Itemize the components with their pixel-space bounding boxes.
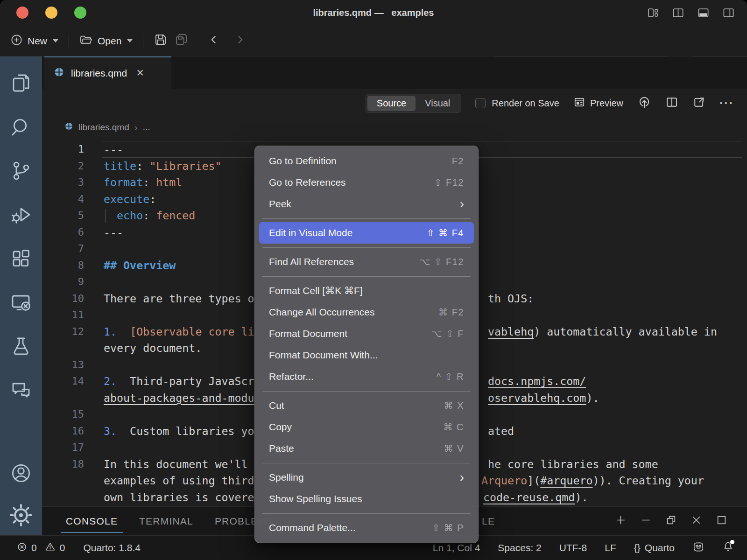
panel-minimize-icon[interactable] <box>640 514 652 528</box>
menu-item[interactable]: Show Spelling Issues <box>259 488 474 510</box>
visual-mode-button[interactable]: Visual <box>416 96 459 111</box>
open-button[interactable]: Open <box>79 33 133 49</box>
run-debug-icon[interactable] <box>0 193 42 237</box>
line-number[interactable]: 18 <box>42 456 84 473</box>
menu-item[interactable]: Spelling› <box>259 467 474 488</box>
navigate-forward-button[interactable] <box>234 34 246 48</box>
save-button[interactable] <box>154 33 168 49</box>
save-all-icon <box>174 33 188 49</box>
line-number[interactable]: 6 <box>42 224 84 241</box>
tab-close-icon[interactable]: × <box>136 67 144 79</box>
partial-tab-label[interactable]: LE <box>482 507 495 535</box>
menu-item[interactable]: Format Document⌥ ⇧ F <box>259 323 474 344</box>
activity-bar <box>0 56 42 535</box>
menu-item[interactable]: Peek› <box>259 193 474 215</box>
problems-status[interactable]: 0 0 <box>17 541 65 554</box>
open-in-new-window-icon[interactable] <box>692 96 705 111</box>
menu-item[interactable]: Command Palette...⇧ ⌘ P <box>259 517 474 539</box>
line-number[interactable]: 16 <box>42 423 84 440</box>
explorer-icon[interactable] <box>0 61 42 105</box>
menu-item[interactable]: Edit in Visual Mode⇧ ⌘ F4 <box>259 222 474 244</box>
menu-item[interactable]: Cut⌘ X <box>259 395 474 416</box>
render-document-icon[interactable] <box>637 95 651 111</box>
menu-item[interactable]: Go to References⇧ F12 <box>259 172 474 193</box>
menu-item[interactable]: Refactor...^ ⇧ R <box>259 366 474 387</box>
panel-plus-icon[interactable] <box>615 514 627 528</box>
line-number[interactable]: 13 <box>42 357 84 373</box>
panel-tab-console[interactable]: CONSOLE <box>55 507 128 535</box>
line-number[interactable]: 14 <box>42 373 84 390</box>
line-number[interactable]: 1 <box>42 141 84 158</box>
split-editor-layout-icon[interactable] <box>672 7 684 19</box>
line-number[interactable]: 10 <box>42 290 84 307</box>
line-number[interactable]: 17 <box>42 439 84 456</box>
open-folder-icon <box>79 33 93 49</box>
feedback-smiley-icon[interactable] <box>692 541 705 555</box>
source-mode-button[interactable]: Source <box>367 96 416 111</box>
editor-action-bar: Source Visual Render on Save Preview ··· <box>42 89 747 118</box>
breadcrumb-more[interactable]: ... <box>143 122 150 133</box>
cursor-position-status[interactable]: Ln 1, Col 4 <box>433 542 480 553</box>
notifications-bell-icon[interactable] <box>722 541 734 555</box>
menu-item[interactable]: Format Cell [⌘K ⌘F] <box>259 280 474 301</box>
line-number[interactable]: 4 <box>42 191 84 208</box>
encoding-status[interactable]: UTF-8 <box>559 542 587 553</box>
panel-restore-icon[interactable] <box>665 514 677 528</box>
toggle-secondary-sidebar-icon[interactable] <box>722 7 735 19</box>
line-number[interactable]: 9 <box>42 273 84 290</box>
breadcrumb-file[interactable]: libraries.qmd <box>78 122 129 133</box>
toggle-panel-icon[interactable] <box>697 7 710 19</box>
menu-item[interactable]: Find All References⌥ ⇧ F12 <box>259 251 474 273</box>
navigate-back-button[interactable] <box>208 34 220 48</box>
line-number[interactable]: 7 <box>42 240 84 257</box>
more-actions-icon[interactable]: ··· <box>719 97 734 110</box>
new-button[interactable]: New <box>10 34 58 49</box>
comments-icon[interactable] <box>0 368 42 412</box>
eol-status[interactable]: LF <box>605 542 616 553</box>
preview-icon <box>573 96 585 110</box>
menu-item[interactable]: Go to DefinitionF2 <box>259 150 474 172</box>
submenu-chevron-icon: › <box>460 471 464 484</box>
menu-separator <box>262 247 471 248</box>
settings-gear-icon[interactable] <box>0 495 42 535</box>
context-menu: Go to DefinitionF2Go to References⇧ F12P… <box>254 146 479 543</box>
search-sidebar-icon[interactable] <box>0 105 42 149</box>
indentation-status[interactable]: Spaces: 2 <box>498 542 541 553</box>
menu-item[interactable]: Change All Occurrences⌘ F2 <box>259 301 474 323</box>
line-number[interactable]: 12 <box>42 323 84 340</box>
menu-item[interactable]: Format Document With... <box>259 344 474 366</box>
divider <box>143 34 143 48</box>
panel-close-icon[interactable] <box>691 514 702 528</box>
testing-beaker-icon[interactable] <box>0 324 42 368</box>
language-mode-status[interactable]: {} Quarto <box>634 542 675 553</box>
line-number[interactable]: 5 <box>42 207 84 224</box>
connections-icon[interactable] <box>0 280 42 324</box>
panel-maximize-icon[interactable] <box>716 514 727 528</box>
line-number[interactable]: 15 <box>42 406 84 423</box>
render-on-save-checkbox[interactable] <box>475 98 486 108</box>
customize-layout-icon[interactable] <box>647 7 659 19</box>
quarto-file-icon <box>54 67 64 79</box>
panel-tab-terminal[interactable]: TERMINAL <box>128 507 204 535</box>
menu-item[interactable]: Paste⌘ V <box>259 438 474 459</box>
menu-separator <box>262 276 471 277</box>
tab-libraries-qmd[interactable]: libraries.qmd × <box>44 56 171 89</box>
language-label: Quarto <box>645 542 675 553</box>
source-control-icon[interactable] <box>0 149 42 193</box>
split-editor-icon[interactable] <box>665 96 678 111</box>
quarto-version-status[interactable]: Quarto: 1.8.4 <box>83 542 141 553</box>
menu-separator <box>262 513 471 514</box>
preview-button[interactable]: Preview <box>573 96 623 110</box>
chevron-left-icon <box>208 34 220 48</box>
save-all-button[interactable] <box>174 33 188 49</box>
chevron-right-icon <box>234 34 246 48</box>
tab-label: libraries.qmd <box>71 68 127 79</box>
account-icon[interactable] <box>0 451 42 495</box>
line-number[interactable]: 3 <box>42 174 84 191</box>
line-number[interactable]: 11 <box>42 307 84 323</box>
menu-item[interactable]: Copy⌘ C <box>259 416 474 438</box>
line-number[interactable]: 8 <box>42 257 84 274</box>
extensions-icon[interactable] <box>0 237 42 280</box>
line-number[interactable]: 2 <box>42 158 84 175</box>
new-plus-icon <box>10 34 23 49</box>
